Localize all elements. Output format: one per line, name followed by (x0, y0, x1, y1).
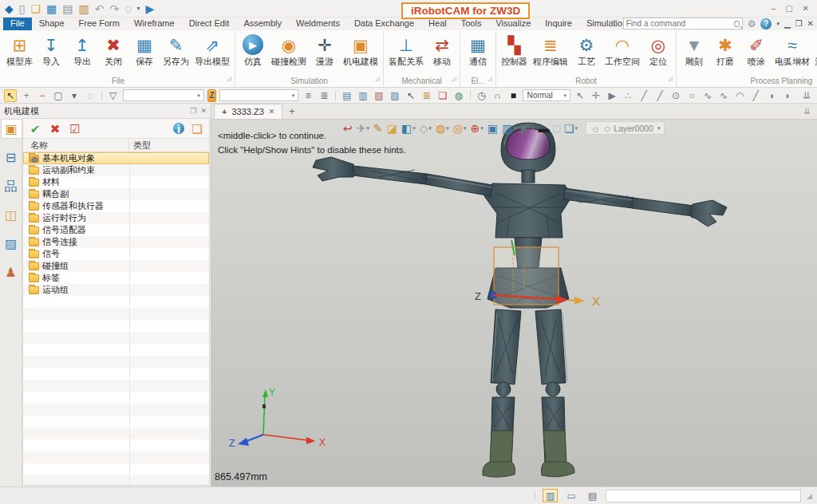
ribbon-button-mechatronic-modeling[interactable]: ▣机电建模 (341, 32, 381, 68)
tab-direct-edit[interactable]: Direct Edit (182, 18, 237, 30)
tree-item-tags[interactable]: 标签 (23, 272, 209, 284)
manager-tab-history-manager[interactable]: 品 (1, 176, 22, 196)
qat-dropdown-button[interactable]: ▾ (137, 6, 140, 12)
graphics-canvas[interactable]: X Z Y X Z ↩✈▾✎◪◧▾◇▾◍▾◎▾⊕▾▣▥▾◩▾▬□❏▾☼○Laye… (211, 120, 817, 486)
snap-button[interactable]: ✛ (590, 89, 602, 102)
tree-item-basic-mechatronic-objects[interactable]: 基本机电对象 (23, 152, 209, 164)
tree-item-signal-adapters[interactable]: 信号适配器 (23, 224, 209, 236)
ribbon-button-roam[interactable]: ✛漫游 (310, 32, 340, 68)
line-style-combo[interactable]: Normal▾ (523, 89, 570, 101)
ribbon-button-export[interactable]: ↥导出 (67, 32, 97, 68)
marquee-select-button[interactable]: ▢ (52, 89, 65, 102)
qat-zw3d-logo-button[interactable]: ◆ (5, 3, 14, 14)
panel-dock-icon[interactable]: ❐ (190, 107, 196, 115)
tab-weldments[interactable]: Weldments (289, 18, 347, 30)
help-dropdown-caret-icon[interactable]: ▾ (776, 21, 780, 27)
color-black-button[interactable]: ▬ (538, 123, 549, 134)
grid-toggle-button[interactable]: □ (553, 123, 559, 134)
command-search[interactable] (623, 18, 743, 30)
ring-orange-button[interactable]: ◎▾ (453, 123, 467, 134)
color-swatch-button[interactable]: ■ (507, 89, 519, 102)
qat-save-file-button[interactable]: ▦ (46, 3, 57, 14)
wave-button[interactable]: ∿ (717, 89, 730, 102)
tree-item-runtime-behaviors[interactable]: 运行时行为 (23, 212, 209, 224)
tree-item-couplings[interactable]: 耦合副 (23, 188, 209, 200)
tab-inquire[interactable]: Inquire (538, 18, 579, 30)
qat-redo-button[interactable]: ↷ (110, 3, 120, 14)
confirm-check-button[interactable]: ✔ (29, 122, 41, 135)
part-filter-combo[interactable]: ▾ (219, 89, 298, 101)
apply-checkbox-button[interactable]: ☑ (69, 122, 81, 135)
tab-wireframe[interactable]: Wireframe (127, 18, 182, 30)
tab-shape[interactable]: Shape (32, 18, 72, 30)
pointer-mini-button[interactable]: ↖ (405, 89, 417, 102)
flag-icon[interactable]: ⚐ (610, 19, 618, 28)
entity-filter-combo[interactable]: ▾ (123, 89, 204, 101)
circle-button[interactable]: ○ (685, 89, 698, 102)
part-b-button[interactable]: ▥ (357, 89, 369, 102)
qat-play-button[interactable]: ▶ (146, 3, 155, 14)
dialog-launcher-icon[interactable]: ◿ (452, 73, 456, 85)
tree-item-sensors-and-actuators[interactable]: 传感器和执行器 (23, 200, 209, 212)
tab-visualize[interactable]: Visualize (488, 18, 538, 30)
resize-grip-icon[interactable]: ◢ (807, 492, 812, 500)
info-button[interactable]: i (172, 122, 185, 135)
ribbon-button-controller[interactable]: ▚控制器 (499, 32, 530, 68)
qat-open-file-button[interactable]: ❏ (31, 3, 41, 14)
tab-free-form[interactable]: Free Form (72, 18, 127, 30)
ribbon-button-model-library[interactable]: ⊞模型库 (4, 32, 35, 68)
help-icon[interactable]: ? (760, 18, 772, 30)
doc-minimize-button[interactable]: ▁ (784, 19, 791, 28)
ribbon-button-process[interactable]: ⚙工艺 (571, 32, 602, 68)
tab-data-exchange[interactable]: Data Exchange (347, 18, 421, 30)
spline-button[interactable]: ∿ (701, 89, 714, 102)
manager-tab-assembly-manager[interactable]: ⊟ (1, 148, 22, 167)
tree-item-materials[interactable]: 材料 (23, 176, 209, 188)
doc-restore-button[interactable]: ❐ (795, 19, 803, 28)
circle-center-button[interactable]: ⊙ (669, 89, 682, 102)
column-name[interactable]: 名称 (23, 139, 129, 152)
tab-assembly[interactable]: Assembly (236, 18, 289, 30)
select-pointer-button[interactable]: ↖ (4, 89, 17, 102)
manager-tab-visual-manager[interactable]: ◫ (1, 205, 22, 225)
face-shade-button[interactable]: ◖ (765, 89, 778, 102)
ribbon-button-program-edit[interactable]: ≣程序编辑 (531, 32, 570, 68)
doc-lines-button[interactable]: ≣ (420, 89, 433, 102)
search-input[interactable] (626, 19, 732, 28)
folder-special-button[interactable]: ❏ (436, 89, 449, 102)
ruler-button[interactable]: ▥▾ (502, 123, 516, 134)
align-list-button[interactable]: ≡ (302, 89, 314, 102)
collapse-chevron-button[interactable]: ⇊ (800, 89, 813, 102)
tree-item-joints-and-constraints[interactable]: 运动副和约束 (23, 164, 209, 176)
column-type[interactable]: 类型 (129, 140, 209, 152)
render-mode-button[interactable]: ◩▾ (520, 123, 535, 134)
wire-cube-button[interactable]: ◇▾ (420, 123, 432, 134)
line-button[interactable]: ╱ (637, 89, 650, 102)
doc-close-button[interactable]: ✕ (807, 19, 814, 28)
align-list2-button[interactable]: ≣ (318, 89, 330, 102)
ribbon-button-polish[interactable]: ✱打磨 (710, 32, 740, 68)
gear-icon[interactable]: ⚙ (748, 19, 756, 29)
ribbon-button-close[interactable]: ✖关闭 (98, 32, 128, 68)
dialog-launcher-icon[interactable]: ◿ (376, 73, 380, 85)
locate-target-button[interactable]: ⊕▾ (470, 123, 483, 134)
ribbon-button-communication[interactable]: ▦通信 (463, 32, 493, 68)
report-doc-button[interactable]: ❏ (191, 122, 203, 135)
tab-close-icon[interactable]: ✕ (269, 108, 275, 116)
window-maximize-button[interactable]: ▢ (785, 4, 792, 13)
qat-plot-button[interactable]: ▥ (79, 3, 89, 14)
panel-close-icon[interactable]: ✕ (200, 107, 207, 115)
manager-tab-image-manager[interactable]: ▨ (1, 234, 22, 254)
part-d-button[interactable]: ▨ (389, 89, 401, 102)
tab-tools[interactable]: Tools (454, 18, 489, 30)
window-close-button[interactable]: ✕ (803, 4, 809, 13)
curve-bracket-button[interactable]: ∩ (491, 89, 503, 102)
ribbon-button-spray[interactable]: ✐喷涂 (741, 32, 772, 68)
add-pick-button[interactable]: + (20, 89, 33, 102)
window-view-button[interactable]: ▣ (487, 123, 498, 134)
dialog-launcher-icon[interactable]: ◿ (669, 73, 673, 85)
face-shade2-button[interactable]: ◗ (781, 89, 794, 102)
qat-print-button[interactable]: ▤ (62, 3, 73, 14)
ribbon-button-collision-detection[interactable]: ◉碰撞检测 (269, 32, 309, 68)
qat-undo-button[interactable]: ↶ (95, 3, 105, 14)
